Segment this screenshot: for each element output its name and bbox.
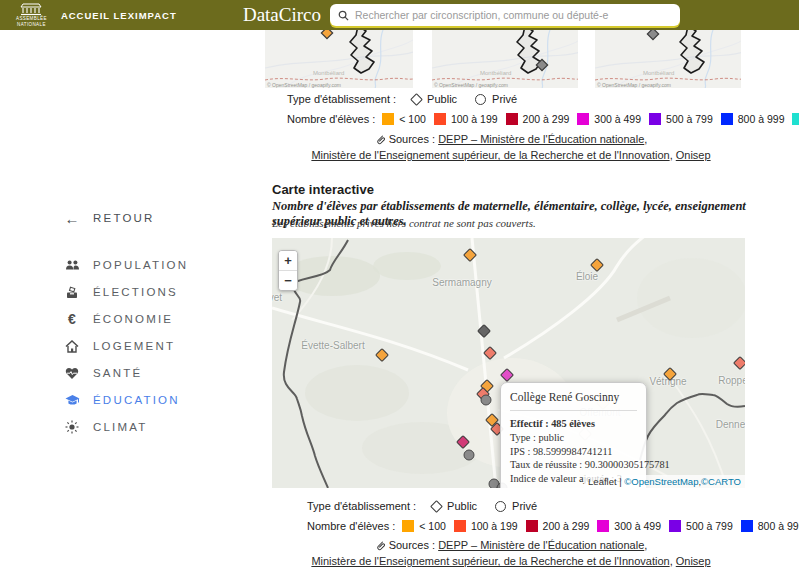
sidebar-item-sante[interactable]: SANTÉ <box>64 363 142 383</box>
legend-bins: < 100100 à 199200 à 299300 à 499500 à 79… <box>402 520 799 532</box>
sidebar: ← RETOUR POPULATION ÉLECTIONS € ÉCONOMIE… <box>0 30 265 583</box>
sidebar-item-education[interactable]: ÉDUCATION <box>64 390 180 410</box>
sidebar-item-label: LOGEMENT <box>93 340 175 352</box>
legend-bin: 300 à 499 <box>577 113 641 125</box>
datacirco-page: ASSEMBLÉE NATIONALE ACCUEIL LEXIMPACT Da… <box>0 0 799 583</box>
sidebar-item-logement[interactable]: LOGEMENT <box>64 336 175 356</box>
sources-comma: , <box>644 539 647 551</box>
legend-bin-label: 100 à 199 <box>471 520 518 532</box>
sidebar-item-population[interactable]: POPULATION <box>64 255 188 275</box>
map-place-label: Roppe <box>718 375 745 386</box>
back-arrow-icon: ← <box>64 210 80 226</box>
sidebar-item-label: SANTÉ <box>93 367 142 379</box>
legend-type-label: Type d'établissement : <box>287 93 396 105</box>
assemblee-building-icon <box>19 3 43 16</box>
public-diamond-icon <box>410 93 423 106</box>
prive-circle-icon <box>495 501 506 512</box>
health-heart-icon <box>64 365 80 381</box>
source-link-onisep[interactable]: Onisep <box>676 149 711 161</box>
back-button[interactable]: ← RETOUR <box>64 208 155 228</box>
sun-icon <box>64 419 80 435</box>
search-bar[interactable] <box>330 4 680 26</box>
interactive-map[interactable]: ErrevetSermamagnyÉloieÉvette-SalbertVétr… <box>272 238 745 488</box>
map-marker-circle[interactable] <box>481 395 492 406</box>
source-link-mesri[interactable]: Ministère de l'Enseignement supérieur, d… <box>311 149 669 161</box>
sidebar-item-elections[interactable]: ÉLECTIONS <box>64 282 178 302</box>
minimap-2[interactable]: Montbéliard © OpenStreetMap / geoapify.c… <box>432 30 578 88</box>
prive-circle-icon <box>475 94 486 105</box>
legend-bins: < 100100 à 199200 à 299300 à 499500 à 79… <box>382 113 799 125</box>
legend-color-swatch <box>649 113 661 125</box>
legend-bin-label: 100 à 199 <box>451 113 498 125</box>
legend-students-label: Nombre d'élèves : <box>307 520 395 532</box>
assemblee-nationale-logo[interactable]: ASSEMBLÉE NATIONALE <box>16 3 47 27</box>
legend-color-swatch <box>669 520 681 532</box>
map-place-label: Évette-Salbert <box>301 340 364 351</box>
section-note: Les établissements privés hors contrat n… <box>272 217 760 229</box>
legend-students-label: Nombre d'élèves : <box>287 113 375 125</box>
zoom-out-button[interactable]: − <box>279 271 297 290</box>
legend-bin: 800 à 999 <box>741 520 799 532</box>
legend-bin: < 100 <box>382 113 426 125</box>
legend-bin: 300 à 499 <box>597 520 661 532</box>
logo-text-line1: ASSEMBLÉE <box>16 17 47 22</box>
minimap-3[interactable]: Montbéliard © OpenStreetMap / geoapify.c… <box>595 30 741 88</box>
legend-bin-label: 500 à 799 <box>666 113 713 125</box>
source-link-mesri[interactable]: Ministère de l'Enseignement supérieur, d… <box>311 555 669 567</box>
legend-color-swatch <box>577 113 589 125</box>
map-place-label: Denney <box>716 419 745 430</box>
carto-link[interactable]: ©CARTO <box>701 476 741 487</box>
search-icon <box>338 10 349 21</box>
sidebar-item-label: CLIMAT <box>93 421 148 433</box>
map-place-label: Sermamagny <box>432 277 491 288</box>
legend-type-label: Type d'établissement : <box>307 500 416 512</box>
search-input[interactable] <box>355 9 672 21</box>
sources-bottom: Sources : DEPP – Ministère de l'Éducatio… <box>265 537 757 569</box>
map-marker-circle[interactable] <box>464 450 475 461</box>
sidebar-item-economie[interactable]: € ÉCONOMIE <box>64 309 173 329</box>
map-tooltip: Collège René Goscinny Effectif : 485 élè… <box>500 382 647 488</box>
legend-prive-label: Privé <box>492 93 517 105</box>
sidebar-item-climat[interactable]: CLIMAT <box>64 417 148 437</box>
legend-bin: 500 à 799 <box>649 113 713 125</box>
tooltip-type: Type : public <box>510 431 637 445</box>
paperclip-icon <box>375 134 386 145</box>
sources-prefix: Sources : <box>389 133 435 145</box>
legend-public-label: Public <box>427 93 457 105</box>
minimap-1[interactable]: Montbéliard © OpenStreetMap / geoapify.c… <box>265 30 413 88</box>
legend-bin: < 100 <box>402 520 446 532</box>
sidebar-item-label: POPULATION <box>93 259 188 271</box>
legend-bin-label: < 100 <box>419 520 446 532</box>
leaflet-label: Leaflet <box>588 476 617 487</box>
home-link[interactable]: ACCUEIL LEXIMPACT <box>61 10 177 21</box>
sources-top: Sources : DEPP – Ministère de l'Éducatio… <box>265 131 757 163</box>
tooltip-taux: Taux de réussite : 90.30000305175781 <box>510 458 637 472</box>
sidebar-item-label: ÉDUCATION <box>93 394 180 406</box>
graduation-cap-icon <box>64 392 80 408</box>
logo-text-line2: NATIONALE <box>17 23 46 28</box>
legend-bin: 100 à 199 <box>434 113 498 125</box>
minimap-row: Montbéliard © OpenStreetMap / geoapify.c… <box>265 30 757 88</box>
legend-bin-label: 300 à 499 <box>614 520 661 532</box>
legend-bin: > 1000 <box>792 113 799 125</box>
legend-bin-label: 800 à 999 <box>758 520 799 532</box>
legend-color-swatch <box>382 113 394 125</box>
source-link-depp[interactable]: DEPP – Ministère de l'Éducation national… <box>438 133 644 145</box>
osm-link[interactable]: ©OpenStreetMap <box>624 476 698 487</box>
legend-color-swatch <box>454 520 466 532</box>
source-link-onisep[interactable]: Onisep <box>676 555 711 567</box>
legend-top: Type d'établissement : Public Privé Nomb… <box>287 91 799 127</box>
euro-icon: € <box>64 311 80 327</box>
legend-bin-label: 300 à 499 <box>594 113 641 125</box>
legend-bin-label: 200 à 299 <box>543 520 590 532</box>
section-title: Carte interactive <box>272 182 374 197</box>
map-zoom-control: + − <box>278 250 298 291</box>
legend-color-swatch <box>526 520 538 532</box>
legend-color-swatch <box>741 520 753 532</box>
legend-bin: 200 à 299 <box>526 520 590 532</box>
source-link-depp[interactable]: DEPP – Ministère de l'Éducation national… <box>438 539 644 551</box>
tooltip-divider <box>510 410 637 411</box>
legend-bin-label: < 100 <box>399 113 426 125</box>
zoom-in-button[interactable]: + <box>279 251 297 270</box>
ballot-box-icon <box>64 284 80 300</box>
